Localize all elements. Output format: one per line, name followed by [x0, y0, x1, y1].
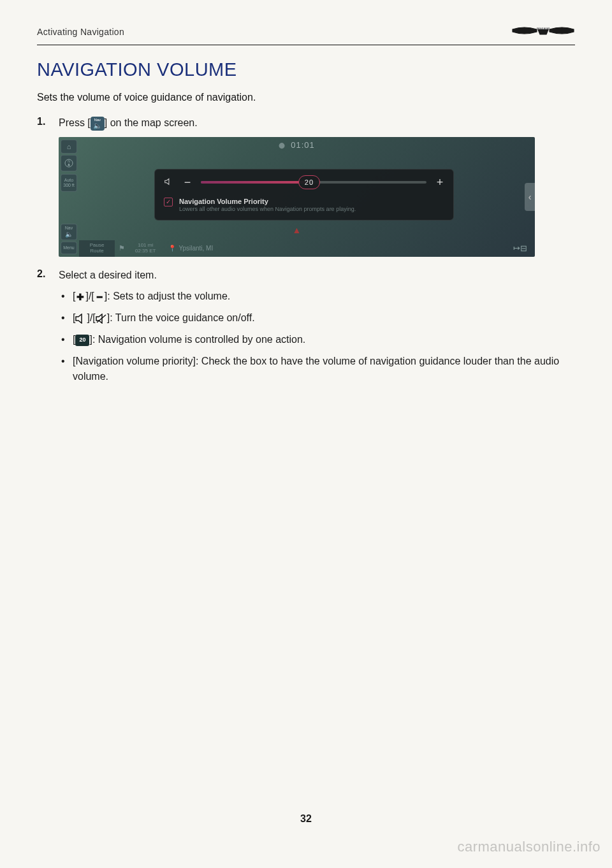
watermark: carmanualsonline.info — [457, 839, 601, 855]
step2-text: Select a desired item. — [59, 270, 157, 280]
intro-text: Sets the volume of voice guidance of nav… — [37, 92, 575, 103]
nav-speaker-icon: Nav🔈 — [91, 117, 105, 131]
step1-post: ] on the map screen. — [105, 117, 198, 128]
step-2: Select a desired item. [✚]/[━]: Sets to … — [37, 268, 575, 384]
plus-icon: ✚ — [75, 292, 85, 302]
ss-distance-time: 101 mi 02:35 ET — [129, 243, 162, 254]
svg-marker-3 — [68, 163, 70, 166]
speaker-off-icon — [96, 314, 107, 324]
ss-menu-button: Menu — [61, 242, 77, 254]
ss-checkbox-checked-icon: ✓ — [164, 198, 173, 206]
ss-traffic-icon: ⬤ — [279, 142, 286, 148]
bullet-20-badge: [20]: Navigation volume is controlled by… — [59, 332, 575, 347]
ss-flag-icon: ⚑ — [115, 244, 129, 252]
ss-current-position-icon: ▲ — [293, 225, 302, 235]
ss-priority-title: Navigation Volume Priority — [179, 197, 356, 206]
bullet-speaker-toggle: []/[]: Turn the voice guidance on/off. — [59, 310, 575, 326]
ss-auto-scale: Auto 300 ft — [61, 174, 77, 192]
genesis-logo-icon: GENESIS — [511, 23, 575, 41]
screenshot-illustration: ⌂ N Auto 300 ft Nav 🔈 Menu — [59, 137, 535, 257]
svg-text:N: N — [68, 159, 70, 163]
ss-mute-icon — [164, 177, 174, 188]
page-number: 32 — [0, 813, 612, 825]
ss-city-label: 📍 Ypsilanti, MI — [162, 245, 213, 252]
ss-priority-sub: Lowers all other audio volumes when Navi… — [179, 206, 356, 213]
ss-slider-knob: 20 — [298, 175, 320, 189]
ss-pause-route: Pause Route — [79, 240, 115, 257]
bullet-priority: [Navigation volume priority]: Check the … — [59, 354, 575, 384]
ss-clock: 01:01 — [291, 140, 315, 150]
minus-icon: ━ — [94, 292, 105, 302]
bullet-plus-minus: [✚]/[━]: Sets to adjust the volume. — [59, 289, 575, 304]
svg-text:GENESIS: GENESIS — [537, 27, 549, 30]
ss-nav-speaker: Nav 🔈 — [61, 224, 77, 240]
ss-compass-icon: N — [61, 155, 77, 171]
ss-pin-icon: 📍 — [168, 245, 176, 252]
speaker-on-icon — [75, 314, 87, 324]
header-divider — [37, 45, 575, 45]
page-title: NAVIGATION VOLUME — [37, 59, 575, 80]
section-label: Activating Navigation — [37, 27, 124, 37]
ss-plus-icon: + — [435, 176, 444, 189]
volume-20-badge-icon: 20 — [75, 335, 89, 346]
svg-line-4 — [97, 315, 106, 322]
ss-chevron-left-icon: ‹ — [525, 183, 535, 211]
step-1: Press [Nav🔈] on the map screen. ⌂ N Auto… — [37, 116, 575, 257]
ss-volume-popup: − 20 + ✓ Navigation Volume Priority Lowe… — [154, 169, 454, 221]
ss-volume-slider: 20 — [201, 181, 426, 184]
ss-exit-icon: ↦⊟ — [506, 243, 535, 253]
step1-pre: Press [ — [59, 117, 91, 128]
ss-minus-icon: − — [183, 176, 192, 189]
